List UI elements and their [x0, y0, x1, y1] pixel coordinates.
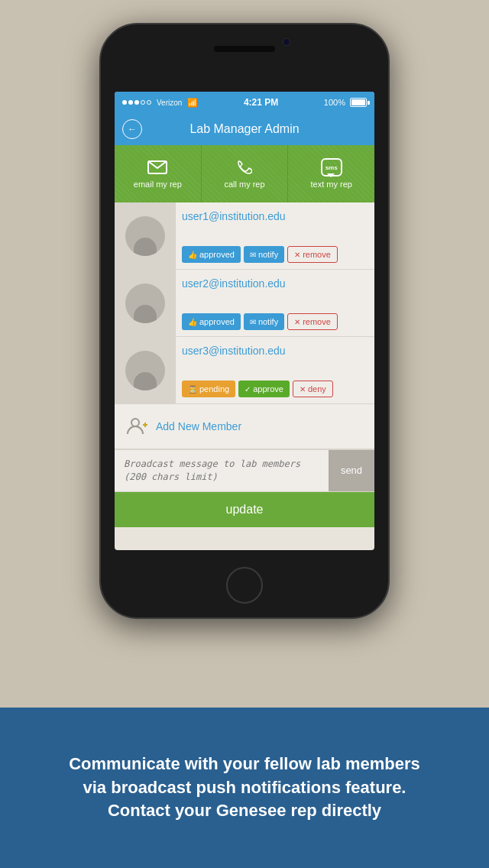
user-email: user3@institution.edu — [182, 345, 368, 357]
remove-icon: ✕ — [294, 251, 300, 259]
bottom-banner: Communicate with your fellow lab members… — [0, 708, 489, 868]
thumbs-up-icon: 👍 — [188, 318, 197, 326]
back-button[interactable]: ← — [122, 119, 142, 139]
add-member-icon — [125, 415, 148, 438]
wifi-icon: 📶 — [187, 98, 198, 108]
signal-dots — [122, 100, 151, 105]
banner-text: Communicate with your fellow lab members… — [69, 753, 420, 823]
avatar-wrap — [115, 337, 176, 403]
carrier-label: Verizon — [157, 99, 182, 107]
phone-icon — [234, 159, 255, 176]
mail-icon-small: ✉ — [250, 251, 256, 259]
back-circle-icon: ← — [122, 119, 142, 139]
status-left: Verizon 📶 — [122, 98, 198, 108]
user-email: user2@institution.edu — [182, 277, 368, 290]
page-title: Lab Manager Admin — [189, 122, 299, 136]
send-button[interactable]: send — [329, 450, 374, 491]
approve-button[interactable]: ✓ approve — [238, 381, 290, 397]
notify-button[interactable]: ✉ notify — [244, 313, 284, 330]
phone-screen: Verizon 📶 4:21 PM 100% ← Lab Manager Adm… — [115, 92, 374, 550]
user-actions: ⏳ pending ✓ approve ✕ deny — [182, 381, 368, 397]
status-right: 100% — [324, 98, 367, 107]
mail-icon-small: ✉ — [250, 318, 256, 326]
user-actions: 👍 approved ✉ notify ✕ remove — [182, 313, 368, 330]
user-list: user1@institution.edu 👍 approved ✉ notif… — [115, 202, 374, 527]
email-rep-label: email my rep — [134, 180, 182, 189]
user-info: user1@institution.edu 👍 approved ✉ notif… — [176, 202, 374, 269]
remove-button[interactable]: ✕ remove — [287, 313, 338, 330]
phone-camera — [283, 38, 290, 46]
signal-dot-5 — [147, 100, 151, 105]
call-rep-button[interactable]: call my rep — [202, 145, 289, 202]
notify-button[interactable]: ✉ notify — [244, 246, 284, 263]
deny-button[interactable]: ✕ deny — [293, 381, 333, 397]
avatar-wrap — [115, 270, 176, 336]
remove-button[interactable]: ✕ remove — [287, 246, 338, 263]
approved-button[interactable]: 👍 approved — [182, 246, 241, 263]
avatar-body — [134, 305, 157, 323]
signal-dot-4 — [141, 100, 145, 105]
phone-home-button[interactable] — [226, 567, 263, 604]
update-button[interactable]: update — [115, 492, 374, 527]
avatar-body — [134, 238, 157, 256]
avatar-body — [134, 372, 157, 390]
thumbs-up-icon: 👍 — [188, 251, 197, 259]
rep-action-bar: email my rep call my rep sms text my rep — [115, 145, 374, 202]
nav-bar: ← Lab Manager Admin — [115, 113, 374, 145]
user-item: user3@institution.edu ⏳ pending ✓ approv… — [115, 337, 374, 404]
deny-icon: ✕ — [300, 385, 306, 394]
svg-point-1 — [131, 419, 139, 426]
sms-icon: sms — [321, 159, 342, 176]
user-item: user2@institution.edu 👍 approved ✉ notif… — [115, 270, 374, 337]
user-info: user3@institution.edu ⏳ pending ✓ approv… — [176, 337, 374, 403]
status-bar: Verizon 📶 4:21 PM 100% — [115, 92, 374, 113]
battery-label: 100% — [324, 98, 345, 107]
add-member-label: Add New Member — [156, 420, 241, 432]
check-icon: ✓ — [244, 385, 251, 394]
user-item: user1@institution.edu 👍 approved ✉ notif… — [115, 202, 374, 270]
avatar-wrap — [115, 202, 176, 269]
phone-speaker — [214, 46, 275, 52]
call-rep-label: call my rep — [224, 180, 264, 189]
status-time: 4:21 PM — [244, 97, 278, 108]
broadcast-input[interactable] — [115, 450, 329, 491]
signal-dot-2 — [128, 100, 133, 105]
avatar — [125, 351, 165, 390]
add-member-button[interactable]: Add New Member — [115, 404, 374, 449]
user-actions: 👍 approved ✉ notify ✕ remove — [182, 246, 368, 263]
avatar — [125, 283, 165, 323]
approved-button[interactable]: 👍 approved — [182, 313, 241, 330]
avatar — [125, 216, 165, 256]
signal-dot-1 — [122, 100, 127, 105]
email-rep-button[interactable]: email my rep — [115, 145, 202, 202]
pending-icon: ⏳ — [188, 385, 197, 394]
signal-dot-3 — [134, 100, 139, 105]
user-email: user1@institution.edu — [182, 210, 368, 222]
battery-icon — [350, 98, 367, 107]
sms-bubble-icon: sms — [321, 158, 342, 177]
text-rep-button[interactable]: sms text my rep — [288, 145, 374, 202]
user-info: user2@institution.edu 👍 approved ✉ notif… — [176, 270, 374, 336]
email-icon — [147, 159, 168, 176]
remove-icon: ✕ — [294, 318, 300, 326]
pending-button[interactable]: ⏳ pending — [182, 381, 235, 397]
phone-device: Verizon 📶 4:21 PM 100% ← Lab Manager Adm… — [99, 23, 390, 619]
broadcast-area: send — [115, 449, 374, 492]
